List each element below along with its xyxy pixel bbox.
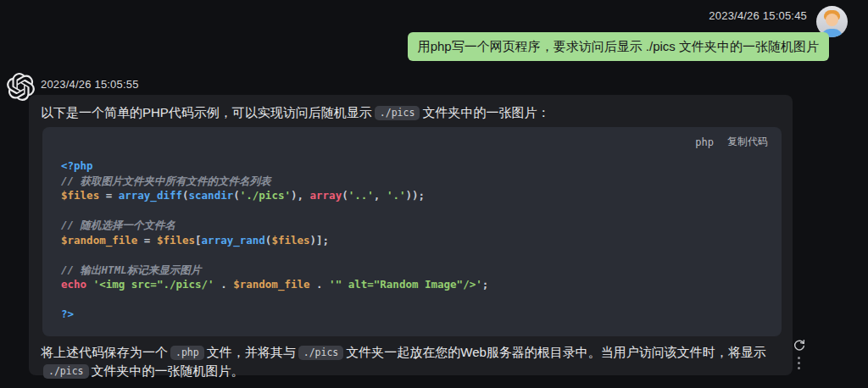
assistant-outro-paragraph: 将上述代码保存为一个.php文件，并将其与./pics文件夹一起放在您的Web服…: [41, 343, 782, 380]
assistant-message-bubble: 以下是一个简单的PHP代码示例，可以实现访问后随机显示./pics文件夹中的一张…: [29, 95, 793, 375]
user-message-timestamp: 2023/4/26 15:05:45: [709, 9, 807, 22]
assistant-message-menu-icon[interactable]: [798, 357, 801, 369]
code-line: [61, 247, 763, 263]
code-line: // 获取图片文件夹中所有文件的文件名列表: [61, 174, 763, 189]
code-line: echo '<img src="./pics/' . $random_file …: [61, 277, 763, 292]
code-line: $random_file = $files[array_rand($files)…: [61, 233, 763, 248]
code-block: php 复制代码 <?php// 获取图片文件夹中所有文件的文件名列表$file…: [42, 127, 782, 336]
copy-code-button[interactable]: 复制代码: [727, 135, 768, 149]
code-line: [61, 203, 763, 219]
text-segment: 将上述代码保存为一个: [41, 345, 168, 359]
text-segment: 文件夹中的一张图片：: [422, 105, 549, 119]
regenerate-icon[interactable]: [792, 338, 807, 353]
code-line: // 随机选择一个文件名: [61, 218, 763, 233]
code-line: [61, 292, 763, 308]
assistant-intro-paragraph: 以下是一个简单的PHP代码示例，可以实现访问后随机显示./pics文件夹中的一张…: [41, 103, 782, 122]
inline-code-chip: ./pics: [375, 106, 420, 120]
text-segment: 文件夹一起放在您的Web服务器的根目录中。当用户访问该文件时，将显示: [346, 345, 766, 359]
inline-code-chip: ./pics: [43, 364, 89, 379]
code-content: <?php// 获取图片文件夹中所有文件的文件名列表$files = array…: [42, 149, 782, 322]
code-line: <?php: [61, 158, 763, 174]
inline-code-chip: ./pics: [298, 346, 344, 360]
text-segment: 文件夹中的一张随机图片。: [92, 363, 244, 378]
text-segment: 以下是一个简单的PHP代码示例，可以实现访问后随机显示: [41, 105, 372, 119]
user-message-bubble: 用php写一个网页程序，要求访问后显示 ./pics 文件夹中的一张随机图片: [408, 32, 829, 61]
code-line: // 输出HTML标记来显示图片: [61, 263, 763, 278]
assistant-message-timestamp: 2023/4/26 15:05:55: [41, 78, 139, 91]
avatar-face: [826, 14, 838, 26]
code-language-label: php: [695, 136, 714, 148]
text-segment: 文件，并将其与: [207, 345, 296, 359]
code-line: $files = array_diff(scandir('./pics'), a…: [61, 188, 763, 203]
code-block-header: php 复制代码: [42, 127, 782, 149]
code-line: ?>: [61, 307, 763, 322]
inline-code-chip: .php: [170, 346, 204, 360]
